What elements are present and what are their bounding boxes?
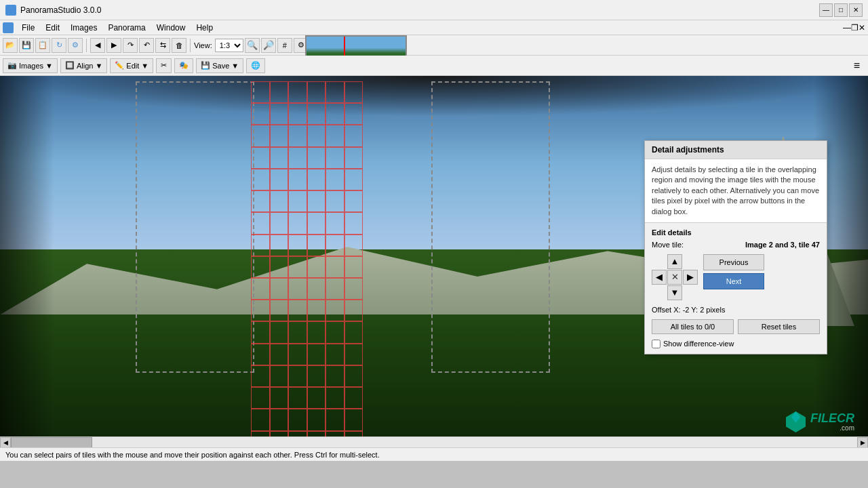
filecr-tld: .com (810, 424, 854, 432)
watermark: FILECR .com (784, 410, 854, 434)
save-icon: 💾 (201, 61, 210, 70)
window-controls: — □ ✕ (819, 3, 863, 17)
menu-window[interactable]: Window (151, 22, 191, 34)
crop-icon: ✂ (161, 61, 167, 70)
move-tile-value: Image 2 and 3, tile 47 (745, 241, 820, 249)
empty-cell-3 (652, 285, 667, 300)
inner-close-btn[interactable]: ✕ (859, 23, 865, 33)
menu-edit[interactable]: Edit (40, 22, 65, 34)
move-tile-label: Move tile: (652, 241, 684, 249)
tb2-mask[interactable]: 🎭 (174, 58, 193, 73)
menu-file[interactable]: File (16, 22, 40, 34)
status-bar: You can select pairs of tiles with the m… (0, 447, 868, 461)
edit-dropdown-icon: ▼ (141, 62, 149, 70)
inner-restore-btn[interactable]: ❐ (851, 23, 859, 33)
tb-rotate-ccw[interactable]: ↶ (139, 38, 154, 53)
scroll-left-arrow[interactable]: ◀ (0, 437, 11, 448)
app-title: PanoramaStudio 3.0.0 (20, 5, 101, 15)
reset-move-button[interactable]: ✕ (667, 270, 682, 285)
tb2-crop[interactable]: ✂ (156, 58, 172, 73)
tb2-save[interactable]: 💾 Save ▼ (196, 58, 243, 73)
edit-details-title: Edit details (652, 228, 820, 237)
arrow-controls: ▲ ◀ ✕ ▶ ▼ (652, 254, 698, 300)
main-area: Detail adjustments Adjust details by sel… (0, 76, 868, 461)
close-button[interactable]: ✕ (849, 3, 863, 17)
images-dropdown-icon: ▼ (45, 62, 53, 70)
edit-details-section: Edit details Move tile: Image 2 and 3, t… (645, 223, 827, 354)
show-difference-label[interactable]: Show difference-view (663, 340, 734, 348)
nav-buttons: Previous Next (703, 254, 820, 289)
tile-grid-overlay (251, 81, 363, 461)
tb-refresh[interactable]: ↻ (52, 38, 66, 53)
edit-icon: ✏️ (115, 61, 124, 70)
menu-help[interactable]: Help (191, 22, 218, 34)
menu-app-icon (3, 22, 14, 33)
empty-cell-1 (652, 254, 667, 269)
tb-flip[interactable]: ⇆ (155, 38, 170, 53)
move-down-button[interactable]: ▼ (667, 285, 682, 300)
hamburger-menu[interactable]: ≡ (848, 60, 865, 72)
scroll-track[interactable] (11, 437, 857, 448)
align-dropdown-icon: ▼ (95, 62, 102, 70)
inner-minimize-btn[interactable]: — (843, 23, 851, 33)
menu-images[interactable]: Images (65, 22, 102, 34)
image-selection-right (431, 81, 550, 373)
publish-icon: 🌐 (251, 61, 260, 70)
view-select[interactable]: 1:3 1:1 1:2 1:4 Fit (215, 39, 243, 52)
title-bar: PanoramaStudio 3.0.0 — □ ✕ (0, 0, 868, 20)
tb-saveas[interactable]: 📋 (35, 38, 50, 53)
reset-tiles-button[interactable]: Reset tiles (738, 319, 820, 334)
detail-panel: Detail adjustments Adjust details by sel… (644, 140, 827, 354)
detail-panel-header: Detail adjustments (645, 141, 827, 159)
tb-auto[interactable]: ⚙ (68, 38, 83, 53)
move-left-button[interactable]: ◀ (652, 270, 667, 285)
tb2-publish[interactable]: 🌐 (246, 58, 265, 73)
action-buttons: All tiles to 0/0 Reset tiles (652, 319, 820, 334)
move-right-button[interactable]: ▶ (683, 270, 698, 285)
show-difference-row: Show difference-view (652, 340, 820, 348)
tb-zoom-out[interactable]: 🔍 (245, 38, 260, 53)
empty-cell-2 (683, 254, 698, 269)
scroll-right-arrow[interactable]: ▶ (857, 437, 868, 448)
images-icon: 📷 (7, 61, 17, 70)
menu-panorama[interactable]: Panorama (102, 22, 151, 34)
tb-grid[interactable]: # (277, 38, 292, 53)
tb-del[interactable]: 🗑 (172, 38, 186, 53)
horizontal-scrollbar: ◀ ▶ (0, 436, 868, 447)
app-icon (5, 5, 16, 16)
status-text: You can select pairs of tiles with the m… (5, 451, 380, 459)
tb-zoom-in[interactable]: 🔎 (261, 38, 276, 53)
filecr-brand: FILECR (810, 412, 854, 424)
tb2-images[interactable]: 📷 Images ▼ (3, 58, 58, 73)
tb2-align[interactable]: 🔲 Align ▼ (60, 58, 107, 73)
empty-cell-4 (683, 285, 698, 300)
toolbar2: 📷 Images ▼ 🔲 Align ▼ ✏️ Edit ▼ ✂ 🎭 💾 Sav… (0, 56, 868, 76)
filecr-icon (784, 410, 808, 434)
all-tiles-button[interactable]: All tiles to 0/0 (652, 319, 734, 334)
mask-icon: 🎭 (179, 61, 189, 70)
maximize-button[interactable]: □ (834, 3, 848, 17)
next-button[interactable]: Next (703, 273, 764, 289)
offset-display: Offset X: -2 Y: 2 pixels (652, 306, 820, 314)
minimize-button[interactable]: — (819, 3, 833, 17)
save-dropdown-icon: ▼ (231, 62, 239, 70)
detail-panel-description: Adjust details by selecting a tile in th… (645, 159, 827, 223)
image-selection-left (136, 81, 254, 373)
tb-rotate-cw[interactable]: ↷ (123, 38, 138, 53)
sep1 (86, 39, 87, 52)
view-label: View: (194, 41, 212, 49)
menu-bar: File Edit Images Panorama Window Help — … (0, 20, 868, 35)
align-icon: 🔲 (65, 61, 75, 70)
scroll-thumb[interactable] (11, 437, 92, 448)
show-difference-checkbox[interactable] (652, 340, 660, 348)
move-tile-row: Move tile: Image 2 and 3, tile 47 (652, 241, 820, 249)
move-up-button[interactable]: ▲ (667, 254, 682, 269)
previous-button[interactable]: Previous (703, 254, 764, 270)
tb-next-img[interactable]: ▶ (106, 38, 121, 53)
filecr-logo: FILECR .com (784, 410, 854, 434)
sep2 (190, 39, 191, 52)
tb2-edit[interactable]: ✏️ Edit ▼ (110, 58, 153, 73)
tb-open[interactable]: 📂 (3, 38, 18, 53)
tb-save[interactable]: 💾 (19, 38, 34, 53)
tb-prev-img[interactable]: ◀ (90, 38, 105, 53)
